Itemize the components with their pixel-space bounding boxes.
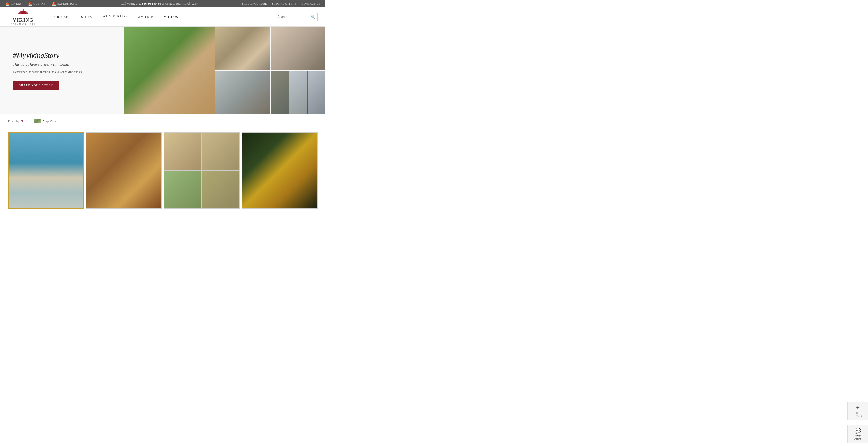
food-cell-3 bbox=[164, 171, 202, 208]
nav-expeditions[interactable]: ⛵ EXPEDITIONS bbox=[52, 2, 77, 6]
free-brochure-link[interactable]: FREE BROCHURE bbox=[242, 2, 267, 5]
gallery-image-food bbox=[164, 133, 240, 208]
food-cell-2 bbox=[202, 133, 240, 170]
food-cell-4 bbox=[202, 171, 240, 208]
map-view-label: Map View bbox=[43, 119, 57, 123]
gallery-card-dance[interactable] bbox=[86, 132, 162, 209]
top-bar: ⛵ RIVERS ⛵ OCEANS ⛵ EXPEDITIONS Call Vik… bbox=[0, 0, 326, 7]
hero-section: #MyVikingStory This day. These stories. … bbox=[0, 27, 326, 114]
logo-brand-text: VIKING bbox=[13, 18, 34, 23]
hero-photo-couple bbox=[271, 71, 326, 114]
nav-my-trip[interactable]: MY TRIP bbox=[137, 15, 153, 19]
filter-by-label: Filter by bbox=[8, 119, 19, 123]
search-icon[interactable]: 🔍 bbox=[311, 15, 315, 19]
map-icon bbox=[34, 119, 40, 124]
nav-videos[interactable]: VIDEOS bbox=[164, 15, 179, 19]
ship-icon-oceans: ⛵ bbox=[28, 2, 33, 6]
food-cell-1 bbox=[164, 133, 202, 170]
hero-text-area: #MyVikingStory This day. These stories. … bbox=[0, 27, 124, 114]
ship-icon-expeditions: ⛵ bbox=[52, 2, 56, 6]
hero-tagline: This day. These stories. With Viking. bbox=[13, 62, 69, 67]
gallery-image-dance bbox=[86, 133, 162, 208]
nav-cruises[interactable]: CRUISES bbox=[54, 15, 71, 19]
header: VIKING OCEAN CRUISES CRUISES SHIPS WHY V… bbox=[0, 7, 326, 27]
phone-banner: Call Viking at 1-866-984-5464 or Contact… bbox=[121, 2, 198, 6]
nav-ships[interactable]: SHIPS bbox=[81, 15, 92, 19]
nav-oceans[interactable]: ⛵ OCEANS bbox=[28, 2, 46, 6]
gallery-card-city[interactable] bbox=[8, 132, 84, 209]
gallery-card-nightcity[interactable] bbox=[242, 132, 318, 209]
hero-photo-woman bbox=[271, 27, 326, 70]
contact-us-link[interactable]: CONTACT US bbox=[302, 2, 320, 5]
search-input[interactable] bbox=[277, 15, 311, 19]
logo-ship-icon bbox=[17, 8, 30, 18]
filter-divider bbox=[29, 118, 29, 124]
gallery-image-nightcity bbox=[242, 133, 317, 208]
story-gallery bbox=[0, 128, 326, 214]
ship-icon-rivers: ⛵ bbox=[5, 2, 10, 6]
filter-bar: Filter by ▼ Map View bbox=[0, 114, 326, 128]
gallery-card-food[interactable] bbox=[163, 132, 240, 209]
filter-by-control[interactable]: Filter by ▼ bbox=[8, 119, 24, 123]
logo-sub-text: OCEAN CRUISES bbox=[11, 23, 36, 26]
hero-description: Experience the world through the eyes of… bbox=[13, 70, 83, 74]
filter-chevron-icon: ▼ bbox=[21, 119, 24, 123]
nav-why-viking[interactable]: WHY VIKING bbox=[102, 14, 127, 20]
hero-photo-carriage bbox=[215, 71, 270, 114]
top-bar-right-links: FREE BROCHURE SPECIAL OFFERS CONTACT US bbox=[242, 2, 320, 5]
phone-number[interactable]: 1-866-984-5464 bbox=[139, 2, 161, 5]
special-offers-link[interactable]: SPECIAL OFFERS bbox=[272, 2, 296, 5]
gallery-image-city bbox=[8, 133, 84, 208]
share-your-story-button[interactable]: SHARE YOUR STORY bbox=[13, 80, 59, 90]
hero-hashtag: #MyVikingStory bbox=[13, 52, 59, 60]
logo[interactable]: VIKING OCEAN CRUISES bbox=[8, 8, 39, 26]
map-view-control[interactable]: Map View bbox=[34, 119, 57, 124]
hero-photo-food bbox=[215, 27, 270, 70]
nav-rivers[interactable]: ⛵ RIVERS bbox=[5, 2, 22, 6]
search-area[interactable]: 🔍 bbox=[275, 13, 318, 21]
top-bar-nav: ⛵ RIVERS ⛵ OCEANS ⛵ EXPEDITIONS bbox=[5, 2, 77, 6]
hero-photo-garden bbox=[124, 27, 215, 114]
hero-photo-grid bbox=[124, 27, 326, 114]
main-nav: CRUISES SHIPS WHY VIKING MY TRIP VIDEOS bbox=[54, 14, 275, 20]
